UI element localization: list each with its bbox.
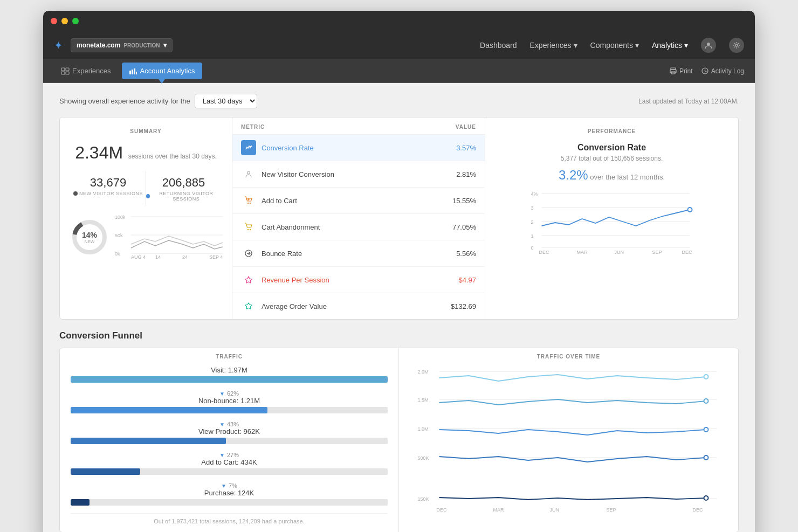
funnel-grid: TRAFFIC Visit: 1.97M ▼ 62% Non-b (59, 348, 739, 532)
metric-row-new-visitor-conversion[interactable]: New Visitor Conversion 2.81% (232, 161, 485, 187)
performance-chart: 4% 3 2 1 0 (496, 189, 727, 254)
site-name: monetate.com (77, 42, 120, 49)
funnel-arrow-2: ▼ (219, 422, 225, 427)
metric-icon-conversion (241, 140, 256, 155)
svg-rect-8 (134, 68, 135, 74)
svg-text:SEP 4: SEP 4 (209, 254, 223, 260)
svg-text:1.5M: 1.5M (418, 397, 429, 403)
metrics-col-value-header: VALUE (433, 124, 476, 130)
svg-point-61 (704, 399, 708, 403)
donut-text: NEW (82, 239, 97, 244)
svg-text:2: 2 (531, 219, 534, 225)
close-button[interactable] (51, 18, 57, 24)
total-sessions-label: sessions over the last 30 days. (128, 153, 217, 160)
metric-row-cart-abandonment[interactable]: Cart Abandonment 77.05% (232, 213, 485, 240)
sparkline-chart: 100k 50k 0k AUG 4 (115, 215, 223, 259)
minimize-button[interactable] (61, 18, 68, 24)
donut-label: 14% NEW (82, 230, 97, 244)
svg-text:2.0M: 2.0M (418, 369, 429, 375)
svg-text:JUN: JUN (615, 250, 624, 255)
funnel-bar-viewproduct (71, 438, 388, 444)
metrics-col-metric-header: METRIC (241, 124, 433, 130)
funnel-step-viewproduct: View Product: 962K (71, 427, 388, 444)
site-selector[interactable]: monetate.com PRODUCTION ▾ (71, 38, 173, 52)
funnel-pct-label-4: 7% (229, 482, 237, 489)
new-visitor-stat: 33,679 NEW VISITOR SESSIONS (71, 171, 146, 206)
funnel-pct-nonbounce: ▼ 43% (71, 421, 388, 427)
date-range-select[interactable]: Last 30 days Last 7 days Last 90 days Cu… (195, 94, 257, 108)
funnel-bar-addtocart (71, 468, 388, 475)
svg-text:50k: 50k (115, 233, 123, 238)
funnel-bar-purchase (71, 499, 388, 506)
maximize-button[interactable] (72, 18, 79, 24)
metric-icon-revenue (241, 272, 256, 287)
svg-text:4%: 4% (531, 191, 538, 197)
funnel-traffic-panel: TRAFFIC Visit: 1.97M ▼ 62% Non-b (60, 348, 399, 532)
metrics-header: METRIC VALUE (232, 118, 485, 134)
nav-components[interactable]: Components ▾ (590, 41, 639, 50)
metric-icon-bounce-rate (241, 246, 256, 261)
funnel-time-panel: TRAFFIC OVER TIME 2.0M 1.5M 1.0M 500K 15… (399, 348, 738, 532)
returning-visitor-dot (146, 194, 150, 198)
app-window: ✦ monetate.com PRODUCTION ▾ Dashboard Ex… (43, 11, 755, 532)
funnel-arrow-4: ▼ (221, 483, 226, 489)
filter-left: Showing overall experience activity for … (59, 94, 257, 108)
funnel-time-header: TRAFFIC OVER TIME (410, 354, 727, 360)
svg-point-32 (250, 229, 251, 230)
filter-bar: Showing overall experience activity for … (59, 94, 739, 108)
activity-log-button[interactable]: Activity Log (701, 67, 744, 75)
returning-visitor-label: RETURNING VISITOR SESSIONS (146, 191, 221, 202)
sub-stats: 33,679 NEW VISITOR SESSIONS 206,885 RETU… (71, 171, 221, 206)
metric-name-conversion-rate: Conversion Rate (262, 144, 433, 152)
nav-dashboard[interactable]: Dashboard (480, 41, 517, 50)
svg-point-60 (704, 375, 708, 379)
metric-value-bounce-rate: 5.56% (433, 250, 476, 258)
svg-text:14: 14 (155, 254, 161, 260)
svg-rect-2 (61, 68, 65, 71)
filter-label: Showing overall experience activity for … (59, 97, 190, 105)
performance-panel: PERFORMANCE Conversion Rate 5,377 total … (485, 118, 738, 319)
metric-icon-cart-abandonment (241, 219, 256, 234)
subnav-actions: Print Activity Log (670, 67, 744, 75)
metric-row-avg-order[interactable]: Average Order Value $132.69 (232, 293, 485, 319)
svg-point-29 (247, 203, 249, 204)
metric-name-new-visitor: New Visitor Conversion (262, 170, 433, 178)
funnel-arrow-3: ▼ (219, 452, 225, 458)
svg-text:0: 0 (531, 245, 534, 251)
total-sessions-stat: 2.34M sessions over the last 30 days. (71, 143, 221, 163)
funnel-step-addtocart: Add to Cart: 434K (71, 458, 388, 475)
new-visitor-dot (73, 191, 78, 196)
funnel-pct-label-3: 27% (227, 452, 239, 458)
settings-icon[interactable] (729, 38, 744, 53)
chart-endpoint (688, 208, 692, 212)
tab-experiences-label: Experiences (72, 67, 111, 75)
tab-experiences[interactable]: Experiences (54, 63, 119, 79)
user-icon[interactable] (701, 38, 716, 53)
funnel-traffic-header: TRAFFIC (71, 354, 388, 360)
svg-text:24: 24 (182, 254, 188, 260)
metric-icon-avg-order (241, 299, 256, 314)
funnel-label-addtocart: Add to Cart: 434K (71, 458, 388, 466)
svg-text:3: 3 (531, 205, 534, 211)
last-updated: Last updated at Today at 12:00AM. (638, 98, 739, 105)
nav-experiences[interactable]: Experiences ▾ (530, 41, 577, 50)
performance-big-number: 3.2% over the last 12 months. (496, 168, 727, 183)
print-button[interactable]: Print (670, 67, 693, 75)
metric-row-add-to-cart[interactable]: Add to Cart 15.55% (232, 187, 485, 213)
svg-text:100k: 100k (115, 215, 126, 220)
metric-row-conversion-rate[interactable]: Conversion Rate 3.57% (232, 134, 485, 161)
svg-text:1.0M: 1.0M (418, 426, 429, 432)
funnel-step-nonbounce: Non-bounce: 1.21M (71, 397, 388, 413)
tab-account-analytics[interactable]: Account Analytics (122, 63, 203, 79)
subnav-tabs: Experiences Account Analytics (54, 63, 202, 79)
print-label: Print (679, 67, 693, 75)
summary-header: SUMMARY (71, 128, 221, 134)
nav-analytics[interactable]: Analytics ▾ (652, 41, 688, 50)
metric-row-revenue-per-session[interactable]: Revenue Per Session $4.97 (232, 266, 485, 293)
metric-name-revenue: Revenue Per Session (262, 276, 433, 284)
tab-account-analytics-label: Account Analytics (140, 67, 195, 75)
funnel-pct-addtocart: ▼ 7% (71, 482, 388, 489)
metric-row-bounce-rate[interactable]: Bounce Rate 5.56% (232, 240, 485, 266)
content-area: Showing overall experience activity for … (43, 83, 755, 532)
svg-text:MAR: MAR (493, 507, 505, 513)
